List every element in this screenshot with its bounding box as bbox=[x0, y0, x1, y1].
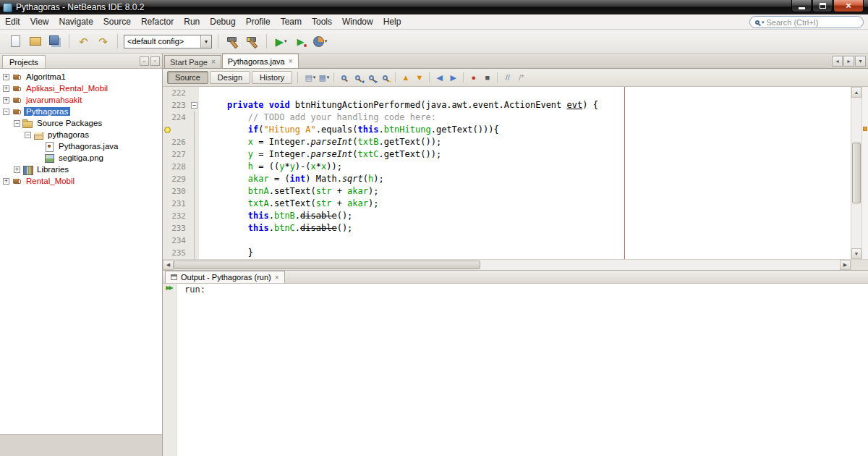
minimize-button[interactable] bbox=[791, 0, 812, 12]
quick-search[interactable]: ▾ Search (Ctrl+I) bbox=[749, 16, 864, 28]
menu-window[interactable]: Window bbox=[337, 14, 378, 29]
members-view-icon[interactable]: ▦▾ bbox=[317, 71, 331, 85]
next-bookmark-icon[interactable]: ▼ bbox=[412, 71, 426, 85]
tree-item-rental-mobil[interactable]: +Rental_Mobil bbox=[0, 175, 162, 187]
tree-item-libraries[interactable]: +Libraries bbox=[0, 164, 162, 175]
collapse-icon[interactable]: − bbox=[3, 109, 9, 115]
rerun-icon[interactable]: ▶▶ bbox=[166, 285, 173, 291]
menu-run[interactable]: Run bbox=[179, 14, 205, 29]
open-project-icon[interactable] bbox=[26, 33, 44, 51]
close-icon[interactable]: × bbox=[211, 58, 216, 66]
collapse-icon[interactable]: − bbox=[14, 120, 20, 127]
close-icon[interactable]: × bbox=[275, 274, 279, 282]
close-button[interactable]: × bbox=[833, 0, 864, 12]
diff-view-icon[interactable]: ▤▾ bbox=[303, 71, 317, 85]
editor-vscroll-thumb[interactable] bbox=[852, 143, 861, 203]
editor-vscroll[interactable]: ▲ ▼ bbox=[851, 87, 861, 259]
editor-hscroll-thumb[interactable] bbox=[174, 261, 480, 269]
menu-tools[interactable]: Tools bbox=[307, 14, 337, 29]
build-project-icon[interactable] bbox=[224, 33, 242, 51]
fold-margin bbox=[190, 247, 199, 259]
close-icon[interactable]: × bbox=[289, 57, 293, 65]
save-all-icon[interactable] bbox=[46, 33, 64, 51]
editor-hscroll-track[interactable] bbox=[174, 260, 840, 270]
scroll-corner bbox=[851, 260, 868, 270]
scroll-tabs-left-icon[interactable]: ◂ bbox=[832, 56, 843, 67]
titlebar[interactable]: Pythagoras - NetBeans IDE 8.0.2 × bbox=[0, 0, 868, 14]
redo-icon[interactable]: ↷ bbox=[94, 33, 112, 51]
minimize-panel-icon[interactable]: – bbox=[140, 56, 149, 66]
tab-list-icon[interactable]: ▾ bbox=[855, 56, 866, 67]
expand-icon[interactable]: + bbox=[3, 74, 9, 80]
scroll-up-icon[interactable]: ▲ bbox=[851, 87, 861, 98]
view-button-design[interactable]: Design bbox=[210, 71, 250, 84]
shift-line-right-icon[interactable]: ▶ bbox=[446, 71, 460, 85]
profile-project-icon[interactable]: ▾ bbox=[311, 33, 329, 51]
error-stripe[interactable] bbox=[861, 87, 868, 259]
fold-collapse-icon[interactable]: − bbox=[191, 102, 197, 109]
code-token: .getText()); bbox=[378, 149, 441, 159]
editor-vscroll-track[interactable] bbox=[851, 98, 861, 248]
line-number: 224 bbox=[163, 111, 190, 124]
tree-item-pythagoras[interactable]: −Pythagoras bbox=[0, 106, 162, 117]
code-editor[interactable]: 222223− private void btnHitungActionPerf… bbox=[163, 87, 851, 259]
tab-projects[interactable]: Projects bbox=[2, 55, 46, 68]
menu-view[interactable]: View bbox=[25, 14, 54, 29]
find-next-icon[interactable]: ▸ bbox=[365, 71, 378, 85]
collapse-icon[interactable]: − bbox=[25, 132, 31, 138]
shift-line-left-icon[interactable]: ◀ bbox=[433, 71, 446, 85]
config-combo[interactable]: <default config>▾ bbox=[124, 35, 212, 48]
netbeans-window: Pythagoras - NetBeans IDE 8.0.2 × EditVi… bbox=[0, 0, 868, 456]
menu-help[interactable]: Help bbox=[378, 14, 407, 29]
expand-icon[interactable]: + bbox=[14, 166, 20, 173]
view-button-history[interactable]: History bbox=[252, 71, 292, 84]
libraries-icon bbox=[22, 165, 33, 174]
previous-bookmark-icon[interactable]: ▲ bbox=[399, 71, 412, 85]
scroll-down-icon[interactable]: ▼ bbox=[851, 248, 861, 259]
tab-start-page[interactable]: Start Page× bbox=[164, 55, 221, 68]
find-previous-icon[interactable]: ◂ bbox=[351, 71, 365, 85]
expand-icon[interactable]: + bbox=[3, 178, 9, 185]
menu-debug[interactable]: Debug bbox=[205, 14, 240, 29]
tree-item-pythagoras[interactable]: −pythagoras bbox=[0, 129, 162, 140]
scroll-tabs-right-icon[interactable]: ▸ bbox=[843, 56, 854, 67]
maximize-button[interactable] bbox=[812, 0, 833, 12]
tree-item-source-packages[interactable]: −Source Packages bbox=[0, 117, 162, 129]
menu-team[interactable]: Team bbox=[276, 14, 307, 29]
editor-tab-row: Start Page×Pythagoras.java× ◂▸▾ bbox=[163, 54, 868, 69]
output-lines: run: bbox=[177, 284, 205, 456]
float-panel-icon[interactable]: ▫ bbox=[150, 56, 160, 66]
expand-icon[interactable]: + bbox=[3, 97, 9, 104]
start-macro-recording-icon[interactable]: ● bbox=[467, 71, 480, 85]
new-file-icon[interactable] bbox=[7, 33, 25, 51]
tree-item-pythagoras-java[interactable]: Pythagoras.java bbox=[0, 140, 162, 152]
undo-icon[interactable]: ↶ bbox=[75, 33, 93, 51]
clean-build-project-icon[interactable] bbox=[243, 33, 261, 51]
tree-item-javarumahsakit[interactable]: +javarumahsakit bbox=[0, 94, 162, 106]
code-token: this bbox=[248, 223, 269, 233]
toggle-search-highlight-icon[interactable]: ▪ bbox=[378, 71, 392, 85]
tree-item-aplikasi-rental-mobil[interactable]: +Aplikasi_Rental_Mobil bbox=[0, 83, 162, 94]
error-stripe-mark[interactable] bbox=[863, 127, 867, 131]
scroll-left-icon[interactable]: ◀ bbox=[163, 260, 174, 270]
tree-item-segitiga-png[interactable]: segitiga.png bbox=[0, 152, 162, 164]
hint-bulb-icon[interactable] bbox=[164, 127, 171, 133]
uncomment-icon[interactable]: /* bbox=[514, 71, 528, 85]
menu-edit[interactable]: Edit bbox=[0, 14, 25, 29]
scroll-right-icon[interactable]: ▶ bbox=[840, 260, 851, 270]
menu-navigate[interactable]: Navigate bbox=[54, 14, 98, 29]
stop-macro-recording-icon[interactable]: ■ bbox=[480, 71, 494, 85]
view-button-source[interactable]: Source bbox=[167, 71, 208, 84]
tab-output[interactable]: Output - Pythagoras (run) × bbox=[165, 271, 285, 283]
tab-pythagoras-java[interactable]: Pythagoras.java× bbox=[222, 54, 299, 68]
comment-icon[interactable]: // bbox=[501, 71, 514, 85]
menu-profile[interactable]: Profile bbox=[241, 14, 276, 29]
editor-hscroll[interactable]: ◀ ▶ bbox=[163, 259, 868, 270]
menu-source[interactable]: Source bbox=[98, 14, 136, 29]
menu-refactor[interactable]: Refactor bbox=[136, 14, 179, 29]
run-project-icon[interactable]: ▶▾ bbox=[272, 33, 290, 51]
expand-icon[interactable]: + bbox=[3, 85, 9, 92]
tree-item-algoritma1[interactable]: +Algoritma1 bbox=[0, 71, 162, 83]
debug-project-icon[interactable] bbox=[292, 33, 310, 51]
find-selection-icon[interactable] bbox=[337, 71, 351, 85]
